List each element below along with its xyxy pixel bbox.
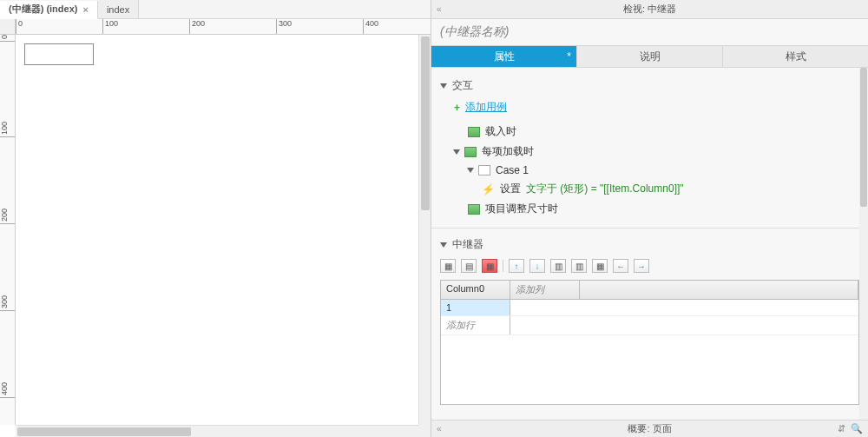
ruler-vertical[interactable]: 0 100 200 300 400 500 bbox=[0, 35, 16, 425]
dataset-body: 1 添加行 bbox=[441, 300, 858, 404]
table-row[interactable]: 1 bbox=[441, 300, 858, 316]
event-label: 项目调整尺寸时 bbox=[485, 202, 558, 216]
ruler-horizontal[interactable]: 0 100 200 300 400 500 bbox=[16, 19, 431, 35]
v-tick: 200 bbox=[0, 209, 15, 224]
add-case-label: 添加用例 bbox=[465, 100, 507, 115]
h-tick: 300 bbox=[276, 19, 292, 34]
inspector-pane: « 检视: 中继器 (中继器名称) 属性 * 说明 样式 交互 + 添加用例 bbox=[431, 0, 868, 437]
h-tick: 100 bbox=[102, 19, 118, 34]
footer-title: 概要: 页面 bbox=[628, 422, 671, 435]
interactions-tree: 载入时 每项加载时 Case 1 ⚡ 设置 文字于 (矩形) = "[[Item… bbox=[454, 122, 859, 219]
empty-cell bbox=[510, 316, 858, 334]
widget-name-input[interactable]: (中继器名称) bbox=[431, 19, 868, 45]
outline-footer[interactable]: « 概要: 页面 ⇵ 🔍 bbox=[431, 420, 868, 437]
flash-icon: ⚡ bbox=[482, 183, 495, 195]
add-row-cell: 添加行 bbox=[441, 316, 510, 334]
inspector-title: 检视: 中继器 bbox=[623, 3, 676, 16]
delete-column-button[interactable]: ▦ bbox=[482, 259, 497, 273]
align-button[interactable]: ▥ bbox=[571, 259, 587, 273]
tab-label: 说明 bbox=[640, 50, 661, 64]
add-column-button[interactable]: ▦ bbox=[440, 259, 456, 273]
event-itemload[interactable]: 每项加载时 bbox=[454, 142, 859, 162]
move-down-button[interactable]: ↓ bbox=[529, 259, 545, 273]
event-itemresize[interactable]: 项目调整尺寸时 bbox=[454, 199, 859, 219]
tab-notes[interactable]: 说明 bbox=[577, 46, 723, 67]
scrollbar-thumb[interactable] bbox=[421, 36, 430, 210]
add-column-cell[interactable]: 添加列 bbox=[510, 281, 580, 299]
design-canvas[interactable] bbox=[16, 35, 418, 425]
event-label: 每项加载时 bbox=[482, 144, 534, 159]
h-tick: 0 bbox=[16, 19, 23, 34]
scrollbar-horizontal[interactable] bbox=[16, 425, 418, 437]
h-tick: 400 bbox=[363, 19, 378, 34]
tab-label: 样式 bbox=[786, 50, 806, 64]
v-tick: 400 bbox=[0, 382, 15, 398]
close-icon[interactable]: × bbox=[82, 4, 88, 15]
event-label: 载入时 bbox=[485, 124, 516, 139]
prev-button[interactable]: ← bbox=[613, 259, 628, 273]
page-tabs: (中继器) (index) × index bbox=[0, 0, 431, 19]
rectangle-widget[interactable] bbox=[24, 43, 94, 65]
section-repeater[interactable]: 中继器 bbox=[440, 237, 859, 252]
chevron-down-icon bbox=[440, 242, 447, 248]
scrollbar-thumb[interactable] bbox=[860, 68, 867, 207]
grid-button[interactable]: ▤ bbox=[461, 259, 477, 273]
tab-label: index bbox=[107, 4, 129, 15]
triangle-icon[interactable] bbox=[467, 168, 474, 173]
h-tick: 200 bbox=[189, 19, 205, 34]
header-spacer bbox=[580, 281, 858, 299]
data-cell[interactable]: 1 bbox=[441, 300, 510, 315]
canvas-wrap: 0 100 200 300 400 500 0 100 200 300 400 … bbox=[0, 19, 431, 437]
footer-icons: ⇵ 🔍 bbox=[838, 423, 863, 434]
tab-index[interactable]: index bbox=[98, 0, 139, 18]
action-set-text[interactable]: ⚡ 设置 文字于 (矩形) = "[[Item.Column0]]" bbox=[482, 179, 859, 199]
align-button[interactable]: ▥ bbox=[550, 259, 566, 273]
section-label: 交互 bbox=[452, 78, 473, 93]
separator bbox=[503, 260, 503, 272]
sort-icon[interactable]: ⇵ bbox=[838, 423, 845, 434]
repeater-dataset: Column0 添加列 1 添加行 bbox=[440, 280, 859, 405]
section-interactions[interactable]: 交互 bbox=[440, 78, 859, 93]
tab-properties[interactable]: 属性 * bbox=[431, 46, 577, 67]
section-label: 中继器 bbox=[452, 237, 483, 252]
move-up-button[interactable]: ↑ bbox=[509, 259, 524, 273]
minimize-icon[interactable]: « bbox=[437, 4, 442, 14]
scroll-corner bbox=[418, 425, 431, 437]
add-case-link[interactable]: + 添加用例 bbox=[454, 100, 859, 115]
next-button[interactable]: → bbox=[634, 259, 649, 273]
case-node[interactable]: Case 1 bbox=[468, 162, 859, 179]
search-icon[interactable]: 🔍 bbox=[851, 423, 863, 434]
divider bbox=[431, 228, 868, 228]
tab-style[interactable]: 样式 bbox=[723, 46, 868, 67]
column-header[interactable]: Column0 bbox=[441, 281, 510, 299]
ruler-corner bbox=[0, 19, 16, 35]
event-onload[interactable]: 载入时 bbox=[454, 122, 859, 142]
v-tick: 100 bbox=[0, 122, 15, 137]
canvas-pane: (中继器) (index) × index 0 100 200 300 400 … bbox=[0, 0, 431, 437]
scrollbar-vertical[interactable] bbox=[418, 35, 431, 425]
dirty-indicator: * bbox=[567, 50, 571, 63]
empty-cell[interactable] bbox=[510, 300, 858, 315]
minimize-icon[interactable]: « bbox=[437, 424, 442, 434]
grid-button-2[interactable]: ▦ bbox=[592, 259, 608, 273]
inspector-tabs: 属性 * 说明 样式 bbox=[431, 45, 868, 68]
event-icon bbox=[468, 204, 480, 215]
event-icon bbox=[468, 127, 480, 137]
dataset-header: Column0 添加列 bbox=[441, 281, 858, 300]
case-icon bbox=[478, 165, 490, 175]
repeater-toolbar: ▦ ▤ ▦ ↑ ↓ ▥ ▥ ▦ ← → bbox=[440, 259, 859, 273]
properties-body: 交互 + 添加用例 载入时 每项加载时 bbox=[431, 68, 868, 420]
chevron-down-icon bbox=[440, 83, 447, 89]
scrollbar-thumb[interactable] bbox=[17, 427, 191, 436]
tab-repeater-index[interactable]: (中继器) (index) × bbox=[0, 1, 98, 19]
event-icon bbox=[464, 147, 477, 157]
tab-label: (中继器) (index) bbox=[9, 3, 77, 16]
scrollbar-vertical[interactable] bbox=[859, 68, 868, 420]
action-body: 文字于 (矩形) = "[[Item.Column0]]" bbox=[526, 182, 684, 196]
add-row[interactable]: 添加行 bbox=[441, 316, 858, 335]
v-tick: 0 bbox=[0, 35, 15, 42]
action-prefix: 设置 bbox=[500, 182, 521, 196]
v-tick: 300 bbox=[0, 295, 15, 311]
inspector-header: « 检视: 中继器 bbox=[431, 0, 868, 19]
triangle-icon[interactable] bbox=[453, 149, 460, 155]
